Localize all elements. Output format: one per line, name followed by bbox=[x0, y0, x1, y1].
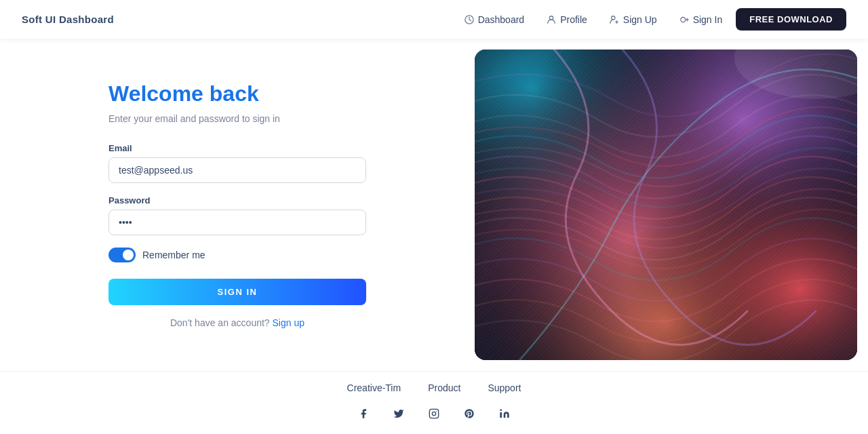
password-group: Password bbox=[108, 195, 366, 235]
email-group: Email bbox=[108, 143, 366, 183]
twitter-icon[interactable] bbox=[388, 403, 410, 425]
svg-rect-11 bbox=[429, 409, 438, 418]
wave-overlay bbox=[475, 50, 857, 360]
instagram-icon[interactable] bbox=[423, 403, 445, 425]
navbar: Soft UI Dashboard Dashboard Profile bbox=[0, 0, 868, 39]
footer-links: Creative-Tim Product Support bbox=[0, 382, 868, 393]
signup-icon bbox=[609, 14, 620, 25]
signup-link[interactable]: Sign up bbox=[273, 317, 304, 328]
password-input[interactable] bbox=[108, 210, 366, 235]
footer-social bbox=[0, 403, 868, 425]
key-icon bbox=[679, 14, 690, 25]
svg-point-14 bbox=[500, 409, 502, 411]
nav-signup[interactable]: Sign Up bbox=[601, 10, 665, 29]
svg-point-1 bbox=[550, 16, 553, 19]
nav-signin[interactable]: Sign In bbox=[671, 10, 731, 29]
email-input[interactable] bbox=[108, 157, 366, 183]
footer-link-support[interactable]: Support bbox=[488, 382, 521, 393]
brand-logo: Soft UI Dashboard bbox=[22, 14, 114, 25]
svg-point-3 bbox=[680, 17, 685, 22]
svg-point-13 bbox=[436, 411, 437, 412]
nav-profile[interactable]: Profile bbox=[538, 10, 595, 29]
main-layout: Welcome back Enter your email and passwo… bbox=[0, 39, 868, 371]
footer-link-creative-tim[interactable]: Creative-Tim bbox=[347, 382, 401, 393]
remember-row: Remember me bbox=[108, 248, 366, 262]
free-download-button[interactable]: FREE DOWNLOAD bbox=[736, 8, 846, 31]
left-panel: Welcome back Enter your email and passwo… bbox=[0, 39, 475, 371]
footer-link-product[interactable]: Product bbox=[428, 382, 460, 393]
facebook-icon[interactable] bbox=[353, 403, 374, 425]
svg-point-2 bbox=[611, 16, 614, 19]
signup-prompt: Don't have an account? Sign up bbox=[108, 317, 366, 328]
welcome-subtitle: Enter your email and password to sign in bbox=[108, 113, 366, 124]
nav-dashboard[interactable]: Dashboard bbox=[456, 10, 533, 29]
pinterest-icon[interactable] bbox=[458, 403, 480, 425]
svg-point-12 bbox=[432, 412, 435, 415]
form-container: Welcome back Enter your email and passwo… bbox=[108, 81, 366, 328]
navbar-links: Dashboard Profile Sign Up bbox=[456, 8, 846, 31]
profile-icon bbox=[546, 14, 557, 25]
remember-label: Remember me bbox=[142, 250, 205, 260]
remember-toggle[interactable] bbox=[108, 248, 136, 262]
footer: Creative-Tim Product Support bbox=[0, 371, 868, 434]
dashboard-icon bbox=[464, 14, 475, 25]
no-account-text: Don't have an account? bbox=[170, 317, 270, 328]
email-label: Email bbox=[108, 143, 366, 153]
right-panel bbox=[475, 50, 857, 360]
signin-button[interactable]: SIGN IN bbox=[108, 279, 366, 305]
password-label: Password bbox=[108, 195, 366, 205]
linkedin-icon[interactable] bbox=[494, 403, 515, 425]
welcome-title: Welcome back bbox=[108, 81, 366, 106]
